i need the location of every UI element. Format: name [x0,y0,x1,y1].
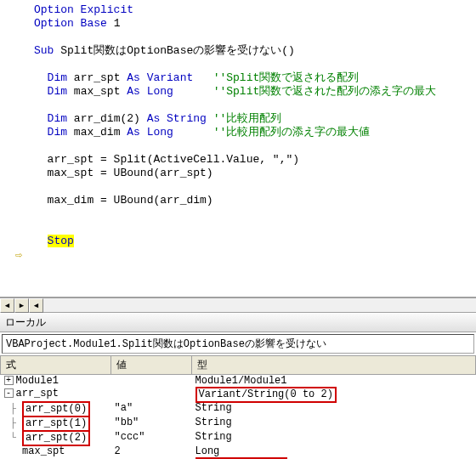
code-line[interactable]: Dim max_dim As Long ''比較用配列の添え字の最大値 [34,126,476,139]
type-cell: Module1/Module1 [192,375,476,388]
scroll-track[interactable] [43,298,476,312]
tree-branch-icon: └ [4,432,23,444]
keyword: Dim [48,126,74,139]
chevron-left-icon: ◀ [34,301,38,310]
code-line[interactable]: Dim max_spt As Long ''Split関数で返された配列の添え字… [34,85,476,99]
table-row[interactable]: ├ arr_spt(0) "a" String [1,402,476,416]
expr-cell: arr_spt [16,388,59,400]
table-row[interactable]: ├ arr_spt(1) "bb" String [1,416,476,431]
locals-table: 式 値 型 +Module1 Module1/Module1 -arr_spt … [0,355,476,459]
tree-branch-icon: ├ [4,403,23,415]
scroll-left-button[interactable]: ◀ [0,298,14,313]
highlighted-expr: arr_spt(2) [22,430,90,446]
code-pane: ⇨ Option Explicit Option Base 1 Sub Spli… [0,0,476,298]
code-line-blank[interactable] [34,207,476,221]
header-type[interactable]: 型 [192,356,476,375]
code-line[interactable]: max_spt = UBound(arr_spt) [34,167,476,180]
execution-pointer-icon: ⇨ [15,248,22,262]
keyword: Dim [48,71,74,84]
code-line-blank[interactable] [34,58,476,71]
code-line[interactable]: Option Base 1 [34,17,476,31]
code-text: arr_spt [74,71,127,84]
type-cell: Long [192,445,476,458]
keyword: Dim [48,112,74,125]
scroll-right-button[interactable]: ▶ [14,298,29,313]
value-cell: "ccc" [111,431,192,445]
highlighted-type: Variant/String(0 to 2) [196,387,337,403]
keyword: As String [147,112,207,125]
chevron-right-icon: ▶ [20,301,24,310]
keyword: As Long [127,85,173,98]
comment: ''Split関数で返された配列の添え字の最大 [173,85,436,98]
code-line[interactable]: Dim arr_spt As Variant ''Split関数で返される配列 [34,71,476,85]
chevron-left-icon: ◀ [5,301,9,310]
tree-branch-icon: ├ [4,417,23,429]
type-cell: String [192,402,476,416]
keyword: Dim [48,85,74,98]
value-cell: 2 [111,445,192,458]
table-row[interactable]: +Module1 Module1/Module1 [1,375,476,388]
expr-cell: Module1 [16,375,59,387]
table-row[interactable]: └ arr_spt(2) "ccc" String [1,431,476,445]
code-line-blank[interactable] [34,139,476,153]
keyword: Option Explicit [34,3,133,16]
scroll-left-button[interactable]: ◀ [29,298,43,313]
comment: ''比較用配列 [207,112,281,125]
header-value[interactable]: 値 [111,356,192,375]
code-line[interactable]: max_dim = UBound(arr_dim) [34,194,476,207]
code-text: Split関数はOptionBaseの影響を受けない() [60,44,295,57]
header-expression[interactable]: 式 [1,356,111,375]
table-row[interactable]: -arr_spt Variant/String(0 to 2) [1,388,476,402]
locals-window-title: ローカル [0,313,476,332]
code-line[interactable]: Option Explicit [34,3,476,17]
code-text: 1 [114,17,121,30]
keyword: As Long [127,126,173,139]
keyword: Option Base [34,17,114,30]
code-line-blank[interactable] [34,180,476,194]
code-line[interactable]: arr_spt = Split(ActiveCell.Value, ",") [34,153,476,167]
expand-icon[interactable]: + [4,376,14,385]
stop-statement: Stop [48,235,74,247]
table-row[interactable]: max_spt 2 Long [1,445,476,458]
code-text: max_spt = UBound(arr_spt) [48,167,213,179]
keyword: Sub [34,44,60,57]
tree-indent [4,445,23,457]
type-cell: String [192,416,476,431]
code-line-stop[interactable]: Stop [34,235,476,248]
comment: ''Split関数で返される配列 [193,71,359,84]
code-text: arr_dim(2) [74,112,147,125]
keyword: As Variant [127,71,193,84]
locals-header-row: 式 値 型 [1,356,476,375]
expr-cell: max_spt [22,445,65,457]
code-text: max_dim = UBound(arr_dim) [48,194,213,207]
value-cell: "bb" [111,416,192,431]
code-line-blank[interactable] [34,221,476,235]
code-line-blank[interactable] [34,31,476,44]
code-line[interactable]: Sub Split関数はOptionBaseの影響を受けない() [34,44,476,58]
code-text: arr_spt = Split(ActiveCell.Value, ",") [48,153,299,166]
value-cell: "a" [111,402,192,416]
code-line-blank[interactable] [34,99,476,112]
code-line[interactable]: Dim arr_dim(2) As String ''比較用配列 [34,112,476,126]
code-text: max_dim [74,126,127,139]
code-horizontal-scrollbar[interactable]: ◀ ▶ ◀ [0,298,476,313]
comment: ''比較用配列の添え字の最大値 [173,126,370,139]
code-text: max_spt [74,85,127,98]
locals-context[interactable]: VBAProject.Module1.Split関数はOptionBaseの影響… [2,334,474,354]
collapse-icon[interactable]: - [4,388,14,398]
type-cell: String [192,431,476,445]
